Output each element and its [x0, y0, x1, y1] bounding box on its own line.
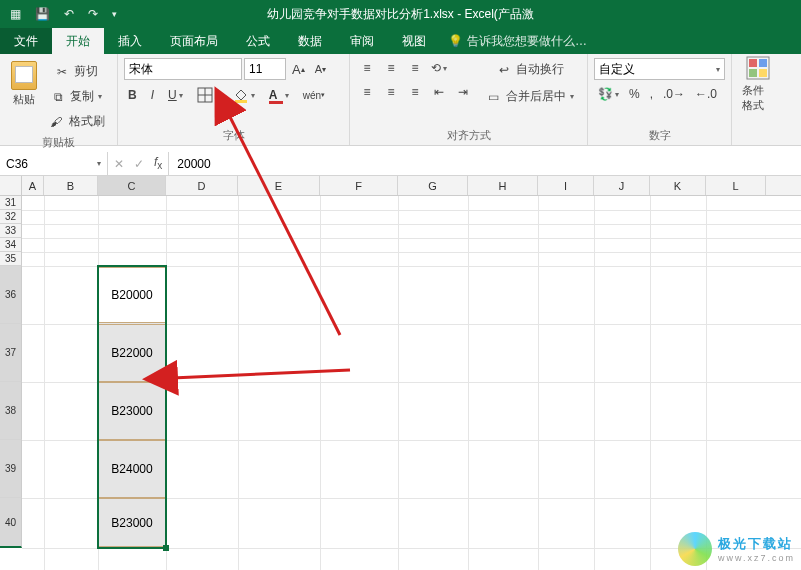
row-headers: 31 32 33 34 35 36 37 38 39 40 — [0, 196, 22, 548]
qat-more-icon[interactable]: ▾ — [112, 9, 117, 19]
currency-button[interactable]: 💱▾ — [594, 84, 623, 104]
tab-page-layout[interactable]: 页面布局 — [156, 28, 232, 54]
svg-rect-5 — [749, 59, 757, 67]
col-I[interactable]: I — [538, 176, 594, 195]
wrap-label: 自动换行 — [516, 61, 564, 78]
undo-icon[interactable]: ↶ — [64, 7, 74, 21]
fx-icon[interactable]: fx — [154, 155, 162, 171]
select-all-corner[interactable] — [0, 176, 22, 195]
group-clipboard: 粘贴 ✂ 剪切 ⧉ 复制▾ 🖌 格式刷 剪贴板 — [0, 54, 118, 145]
row-40[interactable]: 40 — [0, 498, 22, 548]
column-headers: A B C D E F G H I J K L — [0, 176, 801, 196]
svg-rect-7 — [749, 69, 757, 77]
tell-me-label: 告诉我您想要做什么… — [467, 33, 587, 50]
comma-button[interactable]: , — [646, 84, 657, 104]
conditional-format-button[interactable]: 条件格式 — [738, 58, 778, 110]
svg-rect-3 — [235, 100, 247, 103]
save-icon[interactable]: 💾 — [35, 7, 50, 21]
row-35[interactable]: 35 — [0, 252, 22, 266]
cells-area[interactable]: B20000 B22000 B23000 B24000 B23000 — [22, 196, 801, 570]
border-button[interactable]: ▾ — [193, 84, 223, 106]
tab-insert[interactable]: 插入 — [104, 28, 156, 54]
formula-bar[interactable]: 20000 — [169, 152, 801, 175]
bold-button[interactable]: B — [124, 85, 141, 105]
format-painter-button[interactable]: 🖌 格式刷 — [46, 110, 109, 133]
row-32[interactable]: 32 — [0, 210, 22, 224]
col-H[interactable]: H — [468, 176, 538, 195]
wrap-text-button[interactable]: ↩ 自动换行 — [484, 58, 578, 81]
col-A[interactable]: A — [22, 176, 44, 195]
indent-inc-button[interactable]: ⇥ — [452, 82, 474, 102]
name-box-value: C36 — [6, 157, 28, 171]
col-B[interactable]: B — [44, 176, 98, 195]
tab-formulas[interactable]: 公式 — [232, 28, 284, 54]
tab-file[interactable]: 文件 — [0, 28, 52, 54]
indent-dec-button[interactable]: ⇤ — [428, 82, 450, 102]
increase-font-button[interactable]: A▴ — [288, 59, 309, 80]
paste-button[interactable]: 粘贴 — [6, 58, 42, 110]
orientation-button[interactable]: ⟲▾ — [428, 58, 450, 78]
row-37[interactable]: 37 — [0, 324, 22, 382]
font-size-combo[interactable] — [244, 58, 286, 80]
font-name-combo[interactable] — [124, 58, 242, 80]
svg-rect-6 — [759, 59, 767, 67]
fill-handle[interactable] — [163, 545, 169, 551]
col-F[interactable]: F — [320, 176, 398, 195]
cell-C38[interactable]: B23000 — [99, 382, 165, 440]
align-top-button[interactable]: ≡ — [356, 58, 378, 78]
col-D[interactable]: D — [166, 176, 238, 195]
tab-view[interactable]: 视图 — [388, 28, 440, 54]
formula-value: 20000 — [177, 157, 210, 171]
cell-C39[interactable]: B24000 — [99, 440, 165, 498]
merge-center-button[interactable]: ▭ 合并后居中▾ — [484, 85, 578, 108]
cell-C37[interactable]: B22000 — [99, 324, 165, 382]
tell-me[interactable]: 💡 告诉我您想要做什么… — [440, 28, 587, 54]
col-J[interactable]: J — [594, 176, 650, 195]
row-31[interactable]: 31 — [0, 196, 22, 210]
tab-home[interactable]: 开始 — [52, 28, 104, 54]
copy-button[interactable]: ⧉ 复制▾ — [46, 85, 109, 108]
cell-C36[interactable]: B20000 — [99, 267, 165, 323]
cell-C40[interactable]: B23000 — [99, 498, 165, 547]
col-G[interactable]: G — [398, 176, 468, 195]
enter-icon[interactable]: ✓ — [134, 157, 144, 171]
underline-button[interactable]: U▾ — [164, 85, 187, 105]
font-color-button[interactable]: A ▾ — [265, 85, 293, 105]
align-bottom-button[interactable]: ≡ — [404, 58, 426, 78]
cut-button[interactable]: ✂ 剪切 — [46, 60, 109, 83]
tab-review[interactable]: 审阅 — [336, 28, 388, 54]
group-label-styles — [738, 141, 782, 143]
decrease-font-button[interactable]: A▾ — [311, 60, 330, 78]
chevron-down-icon: ▾ — [716, 65, 720, 74]
align-right-button[interactable]: ≡ — [404, 82, 426, 102]
percent-button[interactable]: % — [625, 84, 644, 104]
redo-icon[interactable]: ↷ — [88, 7, 98, 21]
chevron-down-icon: ▾ — [97, 159, 101, 168]
worksheet-grid[interactable]: 31 32 33 34 35 36 37 38 39 40 — [0, 196, 801, 570]
fill-color-button[interactable]: ▾ — [229, 84, 259, 106]
col-C[interactable]: C — [98, 176, 166, 195]
group-font: A▴ A▾ B I U▾ ▾ ▾ A ▾ wén▾ — [118, 54, 350, 145]
group-label-align: 对齐方式 — [356, 126, 581, 143]
number-format-combo[interactable]: 自定义▾ — [594, 58, 725, 80]
name-box[interactable]: C36 ▾ — [0, 152, 108, 175]
italic-button[interactable]: I — [147, 85, 158, 105]
row-34[interactable]: 34 — [0, 238, 22, 252]
align-left-button[interactable]: ≡ — [356, 82, 378, 102]
group-number: 自定义▾ 💱▾ % , .0→ ←.0 数字 — [588, 54, 732, 145]
align-center-button[interactable]: ≡ — [380, 82, 402, 102]
col-E[interactable]: E — [238, 176, 320, 195]
row-36[interactable]: 36 — [0, 266, 22, 324]
decrease-decimal-button[interactable]: ←.0 — [691, 84, 721, 104]
cancel-icon[interactable]: ✕ — [114, 157, 124, 171]
row-33[interactable]: 33 — [0, 224, 22, 238]
row-39[interactable]: 39 — [0, 440, 22, 498]
tab-data[interactable]: 数据 — [284, 28, 336, 54]
increase-decimal-button[interactable]: .0→ — [659, 84, 689, 104]
phonetic-button[interactable]: wén▾ — [299, 87, 329, 104]
watermark-icon — [678, 532, 712, 566]
col-K[interactable]: K — [650, 176, 706, 195]
col-L[interactable]: L — [706, 176, 766, 195]
row-38[interactable]: 38 — [0, 382, 22, 440]
align-middle-button[interactable]: ≡ — [380, 58, 402, 78]
